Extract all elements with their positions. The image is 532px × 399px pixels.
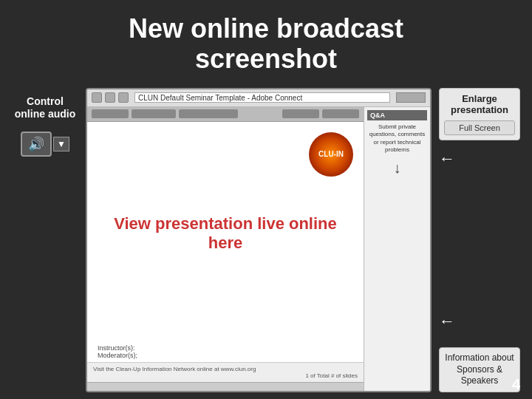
toolbar-btn-2 — [132, 109, 176, 118]
page-number: 4 — [512, 376, 520, 393]
toolbar-btn-4 — [282, 109, 319, 118]
left-column: Control online audio 🔊 ▼ — [12, 88, 78, 392]
qa-header: Q&A — [367, 110, 427, 120]
info-arrow-container: ← — [439, 312, 520, 331]
slide-logo: CLU-IN — [309, 132, 353, 177]
browser-url: CLUN Default Seminar Template - Adobe Co… — [134, 92, 390, 103]
right-column: Enlarge presentation Full Screen ← ← Inf… — [439, 88, 520, 392]
slide-main: View presentation live online here CLU-I… — [87, 107, 364, 391]
browser-btn-2 — [105, 92, 115, 103]
enlarge-label: Enlarge presentation — [444, 93, 515, 116]
arrow-container: ← — [439, 149, 520, 168]
slide-footer: Visit the Clean-Up Information Network o… — [87, 362, 364, 382]
info-box: Information about Sponsors & Speakers — [439, 347, 520, 392]
slide-instructor: Instructor(s): Moderator(s); — [92, 341, 359, 362]
qa-text: Submit private questions, comments or re… — [367, 123, 427, 154]
browser-inner: View presentation live online here CLU-I… — [87, 107, 430, 391]
toolbar-btn-5 — [322, 109, 359, 118]
browser-window: CLUN Default Seminar Template - Adobe Co… — [86, 88, 432, 392]
slide-count: 1 of Total # of slides — [305, 372, 358, 379]
spacer — [439, 176, 520, 304]
fullscreen-button[interactable]: Full Screen — [444, 120, 515, 135]
control-label: Control online audio — [12, 95, 78, 120]
dropdown-icon: ▼ — [57, 139, 66, 149]
enlarge-box: Enlarge presentation Full Screen — [439, 88, 520, 140]
browser-btn-1 — [92, 92, 102, 103]
right-arrow-icon: ← — [439, 312, 455, 331]
browser-bar: CLUN Default Seminar Template - Adobe Co… — [87, 89, 430, 107]
slide-toolbar — [87, 107, 364, 122]
qa-arrow: ↓ — [367, 160, 427, 177]
toolbar-btn-3 — [179, 109, 238, 118]
page-title: New online broadcast screenshot — [0, 0, 532, 82]
slide-content: View presentation live online here CLU-I… — [92, 126, 359, 362]
page-background: New online broadcast screenshot Control … — [0, 0, 532, 399]
left-arrow-icon: ← — [439, 149, 455, 168]
main-content: Control online audio 🔊 ▼ CLUN Default Se… — [0, 82, 532, 392]
browser-controls — [396, 92, 426, 103]
slide-scrollbar[interactable] — [87, 382, 364, 391]
info-label: Information about Sponsors & Speakers — [444, 352, 515, 387]
speaker-icon: 🔊 — [28, 136, 44, 152]
audio-button[interactable]: 🔊 — [21, 132, 52, 157]
audio-dropdown-button[interactable]: ▼ — [53, 137, 69, 151]
browser-btn-3 — [118, 92, 129, 103]
toolbar-btn-1 — [92, 109, 129, 118]
qa-panel: Q&A Submit private questions, comments o… — [364, 107, 430, 391]
